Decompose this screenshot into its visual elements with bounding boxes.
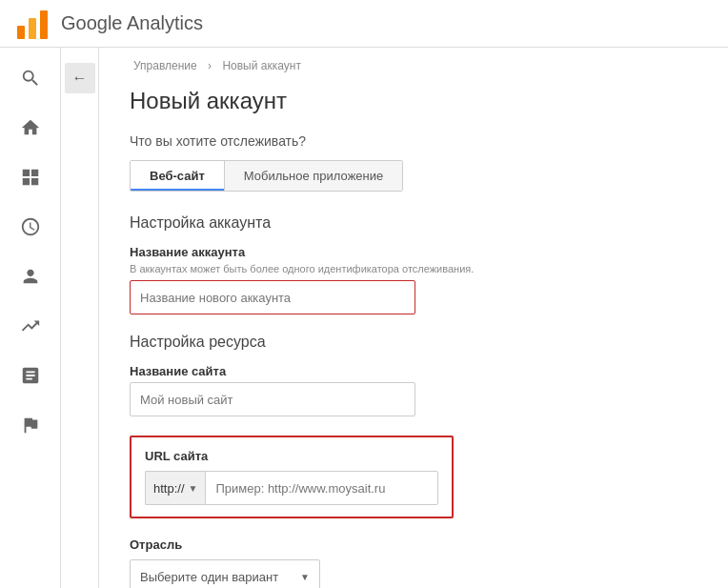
url-input-row: http:// ▼ (145, 471, 438, 505)
svg-rect-2 (40, 10, 48, 39)
sidebar (0, 48, 61, 588)
sidebar-item-report[interactable] (8, 353, 53, 398)
industry-select[interactable]: Выберите один вариант ▼ (130, 559, 320, 588)
app-title: Google Analytics (61, 12, 203, 34)
sidebar-item-search[interactable] (8, 55, 53, 101)
industry-label: Отрасль (130, 537, 698, 552)
breadcrumb-parent: Управление (133, 59, 197, 72)
sidebar-item-home[interactable] (8, 105, 53, 151)
site-name-input[interactable] (130, 382, 415, 416)
resource-section-heading: Настройка ресурса (130, 334, 698, 351)
url-protocol-value: http:// (153, 481, 185, 496)
sidebar-item-flag[interactable] (8, 402, 53, 448)
url-label: URL сайта (145, 449, 438, 463)
toggle-website[interactable]: Веб-сайт (131, 161, 224, 191)
url-protocol-dropdown[interactable]: http:// ▼ (145, 471, 205, 505)
tracking-question: Что вы хотите отслеживать? (130, 133, 698, 149)
back-button[interactable]: ← (65, 63, 95, 93)
industry-select-value: Выберите один вариант (140, 570, 278, 584)
account-name-label: Название аккаунта (130, 245, 698, 259)
industry-group: Отрасль Выберите один вариант ▼ (130, 537, 698, 588)
account-section-heading: Настройка аккаунта (130, 214, 698, 232)
url-input[interactable] (205, 471, 438, 505)
sidebar-item-acquisition[interactable] (8, 303, 53, 349)
account-name-hint: В аккаунтах может быть более одного иден… (130, 263, 698, 274)
industry-arrow-icon: ▼ (300, 572, 310, 582)
breadcrumb: Управление › Новый аккаунт (130, 48, 698, 88)
back-area: ← (61, 48, 99, 588)
breadcrumb-current: Новый аккаунт (222, 59, 300, 72)
main-layout: ← Управление › Новый аккаунт Новый аккау… (0, 48, 728, 588)
page-title: Новый аккаунт (130, 88, 698, 114)
account-name-input[interactable] (130, 280, 415, 314)
sidebar-item-dashboard[interactable] (8, 154, 53, 200)
breadcrumb-separator: › (208, 59, 212, 72)
site-name-label: Название сайта (130, 364, 698, 378)
sidebar-item-clock[interactable] (8, 204, 53, 250)
url-section: URL сайта http:// ▼ (130, 436, 454, 518)
main-content: Управление › Новый аккаунт Новый аккаунт… (99, 48, 728, 588)
site-name-group: Название сайта (130, 364, 698, 416)
url-protocol-arrow-icon: ▼ (189, 483, 198, 494)
toggle-app[interactable]: Мобильное приложение (225, 161, 402, 191)
svg-rect-0 (17, 26, 25, 39)
account-name-group: Название аккаунта В аккаунтах может быть… (130, 245, 698, 314)
app-logo (15, 7, 50, 41)
sidebar-item-user[interactable] (8, 253, 53, 299)
svg-rect-1 (29, 18, 36, 39)
tracking-toggle-group: Веб-сайт Мобильное приложение (130, 160, 403, 192)
app-header: Google Analytics (0, 0, 728, 48)
